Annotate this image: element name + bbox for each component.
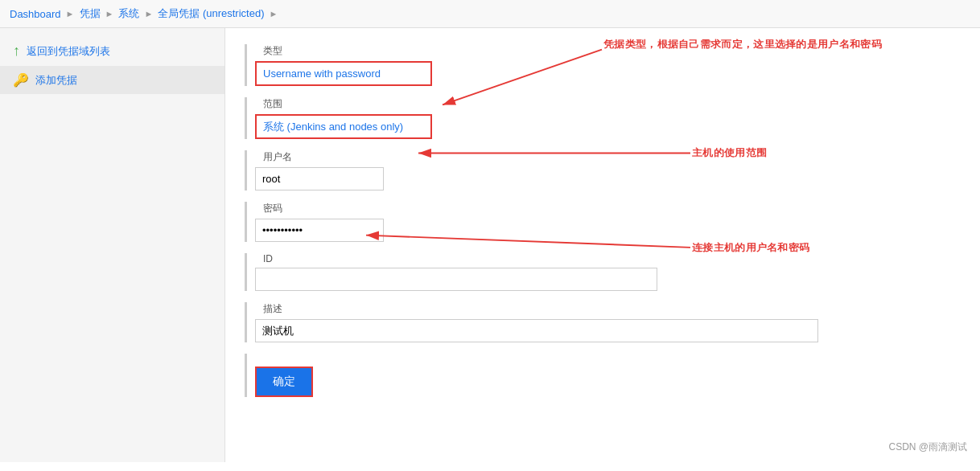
type-section: 类型: [245, 44, 961, 86]
id-label: ID: [255, 253, 961, 264]
svg-text:连接主机的用户名和密码: 连接主机的用户名和密码: [692, 241, 809, 253]
description-section: 描述: [245, 302, 961, 342]
username-input[interactable]: [255, 167, 384, 190]
breadcrumb-global[interactable]: 全局凭据 (unrestricted): [158, 6, 264, 21]
breadcrumb-credentials[interactable]: 凭据: [80, 6, 101, 21]
watermark: CSDN @雨滴测试: [888, 440, 967, 454]
type-input[interactable]: [255, 61, 432, 86]
sidebar-item-add-label: 添加凭据: [35, 73, 77, 88]
breadcrumb-system[interactable]: 系统: [118, 6, 139, 21]
breadcrumb: Dashboard ► 凭据 ► 系统 ► 全局凭据 (unrestricted…: [0, 0, 980, 28]
breadcrumb-dashboard[interactable]: Dashboard: [10, 8, 61, 20]
password-label: 密码: [255, 202, 961, 215]
confirm-button[interactable]: 确定: [255, 367, 313, 397]
sidebar-item-add[interactable]: 🔑 添加凭据: [0, 66, 224, 94]
id-section: ID: [245, 253, 961, 291]
description-input[interactable]: [255, 319, 818, 342]
sidebar-item-back-label: 返回到凭据域列表: [27, 44, 110, 59]
key-icon: 🔑: [13, 72, 29, 88]
username-section: 用户名: [245, 150, 961, 190]
annotations-overlay: 凭据类型，根据自己需求而定，这里选择的是用户名和密码 主机的使用范围 连接主机的…: [225, 28, 980, 462]
sidebar-item-back[interactable]: ↑ 返回到凭据域列表: [0, 36, 224, 66]
scope-input[interactable]: [255, 114, 432, 139]
back-icon: ↑: [13, 43, 20, 59]
scope-section: 范围: [245, 97, 961, 139]
type-label: 类型: [255, 44, 961, 58]
main-content: 类型 范围 用户名 密码: [225, 28, 980, 462]
password-section: 密码: [245, 202, 961, 242]
description-label: 描述: [255, 302, 961, 316]
scope-label: 范围: [255, 97, 961, 111]
password-input[interactable]: [255, 219, 384, 242]
username-label: 用户名: [255, 150, 961, 164]
id-input[interactable]: [255, 268, 657, 291]
sidebar: ↑ 返回到凭据域列表 🔑 添加凭据: [0, 28, 225, 462]
